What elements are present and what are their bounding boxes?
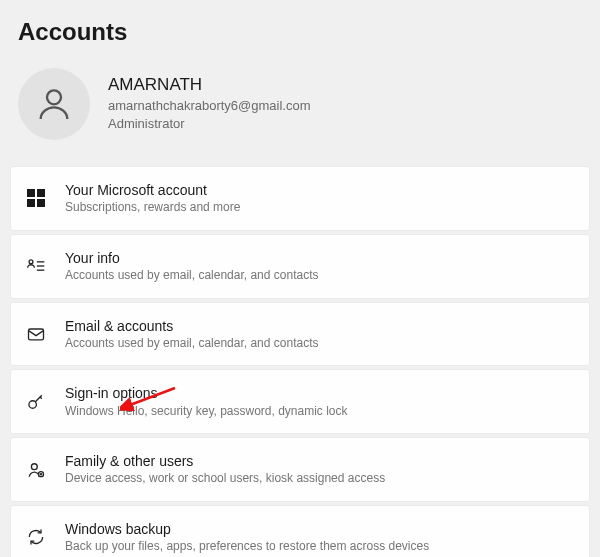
row-title: Windows backup bbox=[65, 520, 429, 538]
svg-point-0 bbox=[47, 90, 61, 104]
row-microsoft-account[interactable]: Your Microsoft account Subscriptions, re… bbox=[10, 166, 590, 231]
row-family-users[interactable]: Family & other users Device access, work… bbox=[10, 437, 590, 502]
row-title: Family & other users bbox=[65, 452, 385, 470]
svg-rect-1 bbox=[27, 189, 35, 197]
row-text: Sign-in options Windows Hello, security … bbox=[65, 384, 348, 419]
row-title: Email & accounts bbox=[65, 317, 318, 335]
row-sub: Back up your files, apps, preferences to… bbox=[65, 539, 429, 555]
svg-rect-2 bbox=[37, 189, 45, 197]
row-title: Your info bbox=[65, 249, 318, 267]
row-sub: Accounts used by email, calendar, and co… bbox=[65, 268, 318, 284]
row-title: Sign-in options bbox=[65, 384, 348, 402]
email-icon bbox=[25, 323, 47, 345]
row-sign-in-options[interactable]: Sign-in options Windows Hello, security … bbox=[10, 369, 590, 434]
page-title: Accounts bbox=[18, 18, 590, 46]
profile-name: AMARNATH bbox=[108, 75, 311, 95]
row-sub: Device access, work or school users, kio… bbox=[65, 471, 385, 487]
profile-block: AMARNATH amarnathchakraborty6@gmail.com … bbox=[18, 68, 590, 140]
svg-rect-4 bbox=[37, 199, 45, 207]
row-sub: Subscriptions, rewards and more bbox=[65, 200, 240, 216]
row-sub: Windows Hello, security key, password, d… bbox=[65, 404, 348, 420]
person-icon bbox=[34, 84, 74, 124]
row-text: Your Microsoft account Subscriptions, re… bbox=[65, 181, 240, 216]
svg-rect-9 bbox=[29, 329, 44, 340]
svg-point-11 bbox=[31, 463, 37, 469]
your-info-icon bbox=[25, 255, 47, 277]
svg-point-5 bbox=[29, 260, 33, 264]
profile-role: Administrator bbox=[108, 115, 311, 133]
microsoft-icon bbox=[25, 187, 47, 209]
settings-list: Your Microsoft account Subscriptions, re… bbox=[10, 166, 590, 557]
row-sub: Accounts used by email, calendar, and co… bbox=[65, 336, 318, 352]
row-text: Family & other users Device access, work… bbox=[65, 452, 385, 487]
family-icon bbox=[25, 459, 47, 481]
row-title: Your Microsoft account bbox=[65, 181, 240, 199]
row-windows-backup[interactable]: Windows backup Back up your files, apps,… bbox=[10, 505, 590, 557]
row-text: Windows backup Back up your files, apps,… bbox=[65, 520, 429, 555]
backup-icon bbox=[25, 526, 47, 548]
row-text: Email & accounts Accounts used by email,… bbox=[65, 317, 318, 352]
row-email-accounts[interactable]: Email & accounts Accounts used by email,… bbox=[10, 302, 590, 367]
avatar bbox=[18, 68, 90, 140]
profile-text: AMARNATH amarnathchakraborty6@gmail.com … bbox=[108, 75, 311, 132]
row-text: Your info Accounts used by email, calend… bbox=[65, 249, 318, 284]
svg-rect-3 bbox=[27, 199, 35, 207]
accounts-page: Accounts AMARNATH amarnathchakraborty6@g… bbox=[0, 0, 600, 557]
row-your-info[interactable]: Your info Accounts used by email, calend… bbox=[10, 234, 590, 299]
key-icon bbox=[25, 391, 47, 413]
profile-email: amarnathchakraborty6@gmail.com bbox=[108, 97, 311, 115]
